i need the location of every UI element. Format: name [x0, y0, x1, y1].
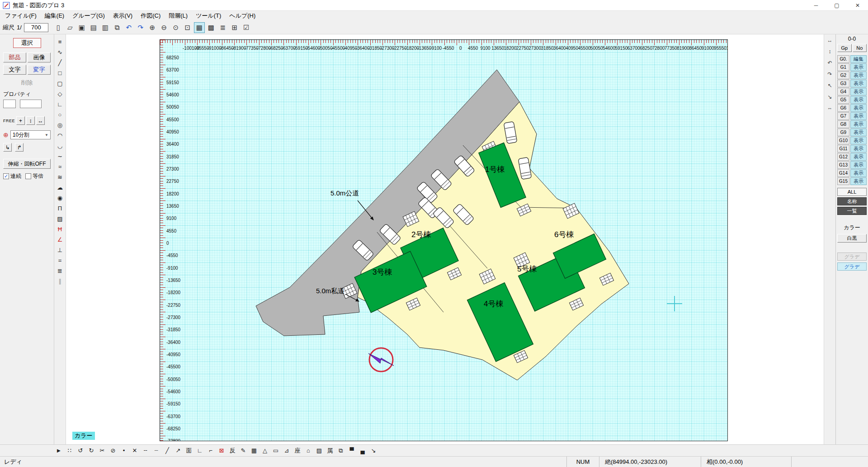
section-line-icon[interactable]: ≣: [56, 266, 65, 275]
hatch-area-icon[interactable]: ▨: [56, 214, 65, 223]
pan-vertical-icon[interactable]: ↕: [826, 48, 834, 56]
attribute-icon[interactable]: 属: [326, 446, 335, 455]
zoom-region-icon[interactable]: ↘: [826, 93, 834, 101]
select-mode-button[interactable]: 選択: [13, 38, 41, 48]
snap-points-icon[interactable]: ∷: [65, 446, 74, 455]
send-back-icon[interactable]: ▄: [358, 446, 367, 455]
snap-grid-icon[interactable]: ▩: [206, 22, 217, 33]
select-cursor-icon[interactable]: ►: [54, 446, 63, 455]
black-white-button[interactable]: 白黒: [837, 234, 867, 243]
rounded-rect-icon[interactable]: ▢: [56, 79, 65, 88]
property-color-box[interactable]: [3, 100, 16, 108]
undo-icon[interactable]: ↶: [123, 22, 134, 33]
node-connect-icon[interactable]: ↳: [3, 143, 12, 152]
north-arrow[interactable]: [368, 348, 394, 372]
group-id-button[interactable]: G8: [837, 120, 849, 128]
group-id-button[interactable]: G15: [837, 177, 849, 185]
scale-lock-checkbox[interactable]: [25, 173, 31, 179]
menu-group[interactable]: グループ(G): [68, 11, 109, 21]
dash-line-icon[interactable]: ╌: [141, 446, 150, 455]
export-icon[interactable]: ↘: [369, 446, 378, 455]
group-id-button[interactable]: G4: [837, 88, 849, 95]
double-line-icon[interactable]: =: [56, 256, 65, 265]
menu-file[interactable]: ファイル(F): [1, 11, 41, 21]
group-id-button[interactable]: G14: [837, 169, 849, 177]
group-display-button[interactable]: 表示: [850, 177, 867, 185]
redo-icon[interactable]: ↷: [135, 22, 146, 33]
view-redo-icon[interactable]: ↷: [826, 70, 834, 78]
gp-button[interactable]: Gp: [837, 44, 852, 52]
offset-icon[interactable]: ↗: [174, 446, 183, 455]
pan-horizontal-icon[interactable]: ↔: [826, 36, 834, 44]
menu-view[interactable]: 表示(V): [109, 11, 137, 21]
group-id-button[interactable]: G2: [837, 71, 849, 79]
text-button[interactable]: 文字: [3, 65, 26, 75]
arc-icon[interactable]: ◠: [56, 131, 65, 140]
dimension-icon[interactable]: Ħ: [56, 224, 65, 234]
group-display-button[interactable]: 表示: [850, 88, 867, 95]
zoom-extents-icon[interactable]: ↖: [826, 81, 834, 90]
scale-input[interactable]: [24, 23, 48, 32]
dot-line-icon[interactable]: ┈: [152, 446, 161, 455]
group-display-button[interactable]: 表示: [850, 112, 867, 120]
image-button[interactable]: 画像: [28, 52, 51, 62]
view-undo-icon[interactable]: ↶: [826, 59, 834, 67]
property-value-box[interactable]: [20, 100, 42, 108]
all-groups-button[interactable]: ALL: [837, 188, 867, 196]
box-icon[interactable]: ▭: [271, 446, 280, 455]
group-display-button[interactable]: 表示: [850, 153, 867, 161]
group-display-button[interactable]: 表示: [850, 71, 867, 79]
group-id-button[interactable]: G7: [837, 112, 849, 120]
private-road-label[interactable]: 5.0m私道: [316, 287, 344, 295]
erase-icon[interactable]: ⊘: [108, 446, 118, 455]
continuous-checkbox[interactable]: ✓: [3, 173, 9, 179]
open-folder-icon[interactable]: ▱: [65, 22, 75, 33]
building-label[interactable]: 1号棟: [485, 165, 505, 174]
print-preview-icon[interactable]: ▥: [100, 22, 111, 33]
group-id-button[interactable]: G1: [837, 63, 849, 71]
no-button[interactable]: No: [853, 44, 867, 52]
maximize-button[interactable]: ▢: [826, 0, 847, 10]
move-horizontal-icon[interactable]: ↔: [36, 116, 45, 125]
print-icon[interactable]: ▤: [88, 22, 99, 33]
building-label[interactable]: 6号棟: [554, 230, 574, 239]
group-id-button[interactable]: G11: [837, 145, 849, 152]
group-id-button[interactable]: G10: [837, 137, 849, 144]
group-display-button[interactable]: 表示: [850, 169, 867, 177]
endpoint-icon[interactable]: •: [119, 446, 128, 455]
reverse-icon[interactable]: 反: [228, 446, 237, 455]
menu-help[interactable]: ヘルプ(H): [225, 11, 259, 21]
group-id-button[interactable]: G3: [837, 80, 849, 87]
menu-tool[interactable]: ツール(T): [192, 11, 225, 21]
freehand-curve-icon[interactable]: ∿: [56, 48, 65, 57]
surface-icon[interactable]: 面: [184, 446, 193, 455]
group-display-button[interactable]: 表示: [850, 137, 867, 144]
group-id-button[interactable]: G5: [837, 96, 849, 104]
group-id-button[interactable]: G13: [837, 161, 849, 169]
measure-angle-icon[interactable]: ⊿: [282, 446, 291, 455]
menu-layer[interactable]: 階層(L): [165, 11, 192, 21]
spline-icon[interactable]: ≈: [56, 162, 65, 171]
check-settings-icon[interactable]: ☑: [241, 22, 252, 33]
move-free-icon[interactable]: +: [16, 116, 25, 125]
intersection-icon[interactable]: ✕: [130, 446, 139, 455]
char-button[interactable]: 変字: [28, 65, 51, 75]
minimize-button[interactable]: ─: [806, 0, 826, 10]
group-id-button[interactable]: G12: [837, 153, 849, 161]
triangle-icon[interactable]: △: [260, 446, 269, 455]
bring-front-icon[interactable]: ▀: [347, 446, 356, 455]
names-button[interactable]: 名称: [837, 197, 867, 205]
move-vertical-icon[interactable]: ↕: [26, 116, 35, 125]
home-icon[interactable]: ⌂: [304, 446, 313, 455]
group-display-button[interactable]: 表示: [850, 145, 867, 152]
copy-icon[interactable]: ⧉: [112, 22, 123, 33]
gate-icon[interactable]: Π: [56, 204, 65, 213]
group-0-edit-button[interactable]: 編集: [850, 55, 867, 63]
pen-icon[interactable]: ✎: [239, 446, 248, 455]
division-select[interactable]: 10分割 ▼: [10, 130, 51, 139]
parts-button[interactable]: 部品: [3, 52, 26, 62]
grid-table-icon[interactable]: ▦: [250, 446, 259, 455]
curve-icon[interactable]: ∼: [56, 152, 65, 161]
layer-view-icon[interactable]: ≣: [217, 22, 228, 33]
node-break-icon[interactable]: ↱: [15, 143, 24, 152]
